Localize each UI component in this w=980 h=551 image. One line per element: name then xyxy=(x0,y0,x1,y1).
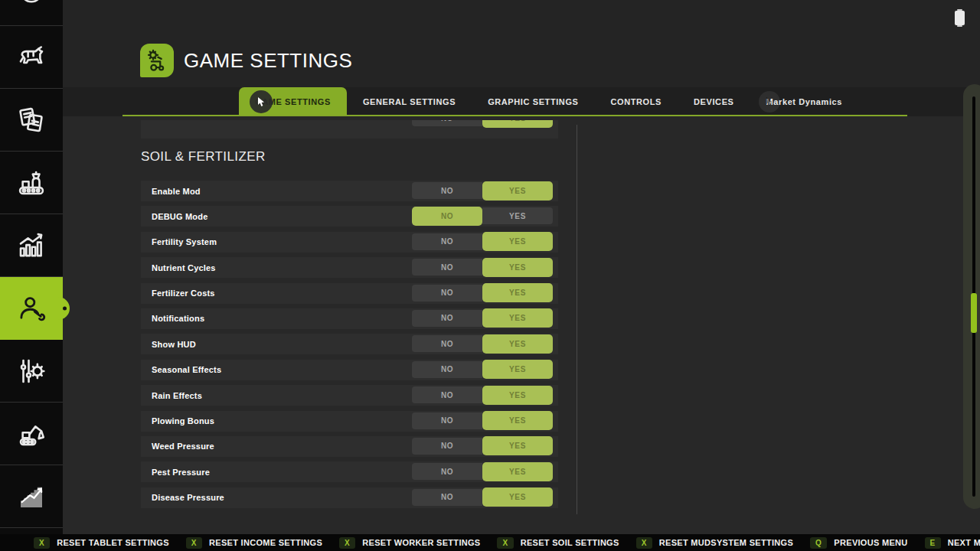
shortcut-reset-income-settings[interactable]: XRESET INCOME SETTINGS xyxy=(186,537,322,549)
sidebar-item-excavator[interactable] xyxy=(0,403,63,465)
toggle-yes-button[interactable]: YES xyxy=(482,411,553,430)
toggle-yes-button[interactable]: YES xyxy=(482,181,553,201)
setting-row: Rain EffectsNOYES xyxy=(141,385,558,406)
shortcut-reset-worker-settings[interactable]: XRESET WORKER SETTINGS xyxy=(339,537,480,549)
setting-label: Rain Effects xyxy=(152,391,202,400)
setting-row: Fertility SystemNOYES xyxy=(141,232,558,253)
toggle-yes-button[interactable]: YES xyxy=(482,487,553,507)
toggle-no-button[interactable]: NO xyxy=(412,259,482,276)
toggle-no-button[interactable]: NO xyxy=(412,386,482,403)
shortcut-label: NEXT MENU xyxy=(948,538,980,547)
scrollbar-thumb[interactable] xyxy=(971,293,977,333)
toggle-yes-button[interactable]: YES xyxy=(482,283,553,302)
setting-label: Fertility System xyxy=(152,237,217,246)
key-badge: X xyxy=(339,537,355,549)
setting-row: Seasonal EffectsNOYES xyxy=(141,360,558,380)
toggle-no-button[interactable]: NO xyxy=(412,361,482,378)
setting-label: Notifications xyxy=(152,314,204,323)
sidebar-item-tuning-gear[interactable] xyxy=(0,340,63,403)
scrolled-setting-row-partial[interactable]: NO YES xyxy=(141,120,558,139)
setting-row: NotificationsNOYES xyxy=(141,308,558,329)
battery-icon xyxy=(955,11,965,25)
shortcut-label: RESET WORKER SETTINGS xyxy=(362,538,480,547)
setting-label: Pest Pressure xyxy=(152,468,210,477)
toggle-group: NOYES xyxy=(412,412,553,429)
toggle-yes-button[interactable]: YES xyxy=(482,308,553,328)
page-title: GAME SETTINGS xyxy=(184,49,352,73)
sidebar-item-contracts[interactable] xyxy=(0,89,63,152)
sidebar xyxy=(0,0,63,534)
toggle-no-button[interactable]: NO xyxy=(412,182,482,199)
shortcut-previous-menu[interactable]: QPREVIOUS MENU xyxy=(810,537,907,549)
toggle-yes-button[interactable]: YES xyxy=(482,462,553,481)
header-area xyxy=(63,0,980,87)
key-badge: X xyxy=(186,537,202,549)
sidebar-item-cow[interactable] xyxy=(0,26,63,89)
toggle-no-button[interactable]: NO xyxy=(412,438,482,455)
cow-icon xyxy=(15,41,47,73)
toggle-group: NOYES xyxy=(412,259,553,276)
toggle-yes-button[interactable]: YES xyxy=(482,386,553,405)
tab-graphic-settings[interactable]: GRAPHIC SETTINGS xyxy=(472,87,594,116)
scrollbar[interactable] xyxy=(963,84,980,509)
sidebar-item-worker[interactable] xyxy=(0,277,63,340)
setting-label: Weed Pressure xyxy=(152,442,214,451)
excavator-icon xyxy=(15,418,47,450)
shortcut-label: RESET TABLET SETTINGS xyxy=(57,538,169,547)
toggle-yes-button[interactable]: YES xyxy=(482,232,553,251)
setting-label: Enable Mod xyxy=(152,187,201,196)
toggle-no-button[interactable]: NO xyxy=(412,310,482,327)
setting-row: Pest PressureNOYES xyxy=(141,461,558,482)
setting-row: Enable ModNOYES xyxy=(141,181,558,201)
toggle-no-button[interactable]: NO xyxy=(412,233,482,250)
sidebar-item-clock-partial[interactable] xyxy=(0,0,63,26)
growth-chart-icon xyxy=(15,481,47,513)
tab-devices[interactable]: DEVICES xyxy=(678,87,750,116)
toggle-group: NOYES xyxy=(412,335,553,352)
shortcut-next-menu[interactable]: ENEXT MENU xyxy=(925,537,980,549)
toggle-group: NOYES xyxy=(412,489,553,506)
shortcut-reset-mudsystem-settings[interactable]: XRESET MUDSYSTEM SETTINGS xyxy=(636,537,793,549)
toggle-yes-button[interactable]: YES xyxy=(482,360,553,379)
setting-label: Show HUD xyxy=(152,340,196,349)
setting-label: Disease Pressure xyxy=(152,493,224,502)
setting-label: DEBUG Mode xyxy=(152,212,208,221)
key-badge: X xyxy=(34,537,50,549)
contracts-icon xyxy=(15,104,47,136)
toggle-no-button[interactable]: NO xyxy=(412,489,482,506)
tab-underline xyxy=(122,115,907,116)
toggle-group: NOYES xyxy=(412,233,553,250)
tab-general-settings[interactable]: GENERAL SETTINGS xyxy=(347,87,472,116)
toggle-group: NOYES xyxy=(412,463,553,480)
toggle-group: NOYES xyxy=(412,285,553,302)
toggle-no-button[interactable]: NO xyxy=(412,285,482,302)
toggle-no-button[interactable]: NO xyxy=(412,412,482,429)
sidebar-item-statistics[interactable] xyxy=(0,214,63,277)
shortcut-reset-soil-settings[interactable]: XRESET SOIL SETTINGS xyxy=(497,537,619,549)
sidebar-item-growth-chart[interactable] xyxy=(0,465,63,528)
setting-row: Disease PressureNOYES xyxy=(141,487,558,508)
setting-label: Seasonal Effects xyxy=(152,365,221,374)
toggle-group: NOYES xyxy=(412,207,553,224)
shortcut-reset-tablet-settings[interactable]: XRESET TABLET SETTINGS xyxy=(34,537,169,549)
shortcut-label: RESET INCOME SETTINGS xyxy=(209,538,322,547)
shortcut-label: PREVIOUS MENU xyxy=(834,538,907,547)
toggle-yes-button[interactable]: YES xyxy=(482,207,553,224)
setting-row: DEBUG ModeNOYES xyxy=(141,206,558,227)
tuning-gear-icon xyxy=(15,355,47,387)
toggle-no-button[interactable]: NO xyxy=(412,463,482,480)
toggle-yes-button[interactable]: YES xyxy=(482,258,553,277)
key-badge: Q xyxy=(810,537,827,549)
tab-controls[interactable]: CONTROLS xyxy=(595,87,678,116)
setting-label: Plowing Bonus xyxy=(152,416,214,425)
toggle-no-button[interactable]: NO xyxy=(412,335,482,352)
sidebar-item-production[interactable] xyxy=(0,152,63,214)
toggle-group: NO YES xyxy=(412,120,553,126)
toggle-yes-button[interactable]: YES xyxy=(482,120,553,128)
content-divider xyxy=(577,125,577,514)
toggle-no-button[interactable]: NO xyxy=(412,207,482,226)
toggle-yes-button[interactable]: YES xyxy=(482,334,553,354)
toggle-no-button[interactable]: NO xyxy=(412,120,482,126)
toggle-yes-button[interactable]: YES xyxy=(482,436,553,455)
key-badge: X xyxy=(636,537,652,549)
